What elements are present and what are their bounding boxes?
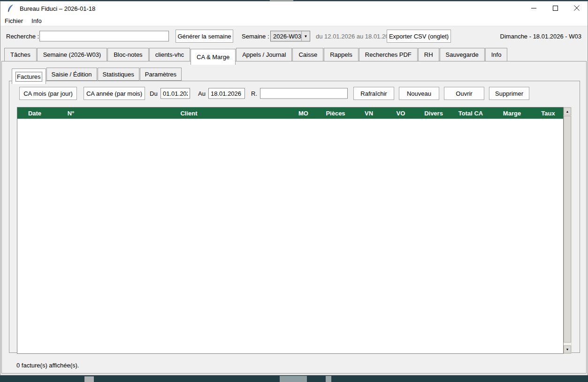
minimize-icon	[531, 5, 536, 12]
main-tab[interactable]: Tâches	[4, 48, 37, 61]
week-range-label: du 12.01.2026 au 18.01.2026	[316, 33, 396, 40]
desktop-background-fragment	[84, 376, 94, 382]
desktop-background-fragment	[280, 376, 307, 382]
window-title: Bureau Fiduci – 2026-01-18	[20, 5, 95, 12]
sub-tab[interactable]: Statistiques	[98, 68, 139, 81]
desktop-background-fragment	[326, 376, 331, 382]
search-label: Recherche :	[6, 33, 39, 40]
new-button[interactable]: Nouveau	[399, 87, 439, 100]
generate-week-button[interactable]: Générer la semaine	[176, 30, 233, 43]
toolbar: Recherche : Générer la semaine Semaine :…	[0, 27, 588, 46]
main-tab[interactable]: Caisse	[292, 48, 323, 61]
factures-pane: CA mois (par jour) CA année (par mois) D…	[9, 81, 580, 353]
invoice-table: Date N° Client MO Pièces VN VO Divers	[17, 107, 572, 354]
search-input[interactable]	[39, 31, 169, 42]
maximize-icon	[553, 5, 558, 12]
main-tab[interactable]: Rappels	[324, 48, 359, 61]
main-tab[interactable]: RH	[418, 48, 439, 61]
table-header-row: Date N° Client MO Pièces VN VO Divers	[17, 107, 563, 119]
week-combobox[interactable]: 2026-W03 ▼	[270, 31, 310, 42]
table-column-header[interactable]: VN	[352, 107, 385, 119]
export-csv-button[interactable]: Exporter CSV (onglet)	[387, 30, 451, 43]
scroll-up-icon: ▲	[566, 110, 569, 113]
minimize-button[interactable]	[523, 1, 544, 15]
current-date-label: Dimanche - 18.01.2026 - W03	[500, 33, 581, 40]
feather-app-icon	[7, 5, 14, 12]
table-column-header[interactable]: N°	[52, 107, 90, 119]
menu-bar: Fichier Info	[0, 15, 588, 26]
ca-month-button[interactable]: CA mois (par jour)	[19, 87, 77, 100]
status-text: 0 facture(s) affichée(s).	[16, 362, 79, 369]
main-tab[interactable]: Semaine (2026-W03)	[37, 48, 107, 61]
table-column-header[interactable]: Client	[90, 107, 288, 119]
table-column-header[interactable]: Divers	[416, 107, 451, 119]
main-tab[interactable]: Sauvegarde	[440, 48, 485, 61]
chevron-down-icon[interactable]: ▼	[301, 31, 310, 41]
main-tab[interactable]: CA & Marge	[191, 49, 236, 65]
table-body[interactable]	[17, 119, 563, 353]
app-window: Bureau Fiduci – 2026-01-18 Fichier Info …	[0, 1, 588, 375]
delete-button[interactable]: Supprimer	[489, 87, 529, 100]
table-column-header[interactable]: MO	[288, 107, 319, 119]
main-tab[interactable]: Recherches PDF	[359, 48, 418, 61]
main-tab[interactable]: Info	[485, 48, 508, 61]
title-bar[interactable]: Bureau Fiduci – 2026-01-18	[0, 1, 588, 15]
filter-row: CA mois (par jour) CA année (par mois) D…	[9, 87, 580, 100]
invoice-treeview[interactable]: Date N° Client MO Pièces VN VO Divers	[17, 107, 564, 354]
refresh-button[interactable]: Rafraîchir	[353, 87, 394, 100]
vertical-scrollbar[interactable]: ▲ ▼	[564, 107, 572, 354]
close-button[interactable]	[566, 1, 588, 15]
r-filter-input[interactable]	[260, 88, 348, 99]
ca-year-button[interactable]: CA année (par mois)	[84, 87, 145, 100]
main-tab-bar: Tâches Semaine (2026-W03) Bloc-notes cli…	[4, 47, 508, 65]
scroll-up-button[interactable]: ▲	[564, 107, 571, 115]
sub-tab[interactable]: Factures	[12, 69, 46, 84]
week-combobox-value: 2026-W03	[271, 33, 301, 40]
maximize-button[interactable]	[544, 1, 566, 15]
menu-item[interactable]: Info	[27, 15, 46, 26]
main-tab[interactable]: clients-vhc	[149, 48, 190, 61]
table-column-header[interactable]: Date	[17, 107, 52, 119]
from-date-label: Du	[150, 90, 158, 97]
table-column-header[interactable]: Taux	[534, 107, 563, 119]
open-button[interactable]: Ouvrir	[444, 87, 484, 100]
table-column-header[interactable]: Total CA	[451, 107, 490, 119]
table-column-header[interactable]: Pièces	[319, 107, 352, 119]
main-tab[interactable]: Appels / Journal	[236, 48, 292, 61]
status-bar: 0 facture(s) affichée(s).	[16, 362, 79, 369]
main-tab[interactable]: Bloc-notes	[107, 48, 148, 61]
scroll-down-button[interactable]: ▼	[564, 345, 571, 353]
to-date-input[interactable]	[208, 88, 245, 99]
from-date-input[interactable]	[160, 88, 190, 99]
close-icon	[574, 5, 580, 12]
menu-item[interactable]: Fichier	[0, 15, 27, 26]
scroll-down-icon: ▼	[566, 348, 569, 351]
scrollbar-thumb[interactable]	[564, 116, 571, 343]
sub-tab[interactable]: Saisie / Édition	[46, 68, 97, 81]
table-column-header[interactable]: Marge	[490, 107, 534, 119]
sub-tab[interactable]: Paramètres	[140, 68, 182, 81]
week-label: Semaine :	[242, 33, 269, 40]
r-filter-label: R.	[251, 90, 257, 97]
sub-tab-bar: Factures Saisie / Édition Statistiques P…	[12, 67, 182, 84]
table-column-header[interactable]: VO	[385, 107, 416, 119]
to-date-label: Au	[198, 90, 206, 97]
